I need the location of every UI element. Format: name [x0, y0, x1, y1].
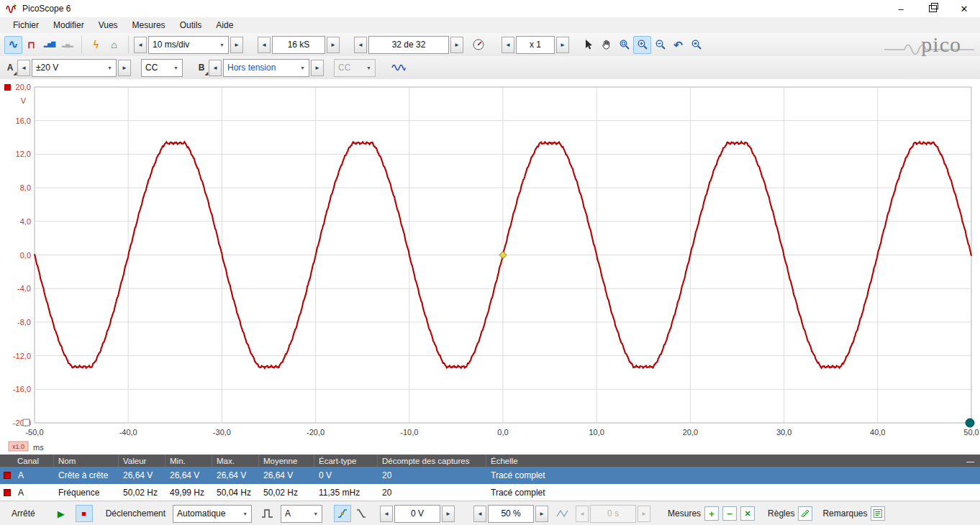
cell-moyenne: 26,64 V — [259, 470, 314, 480]
timebase-select[interactable]: 10 ms/div ▼ — [148, 36, 229, 54]
cell-min: 26,64 V — [165, 470, 212, 480]
y-tick-label: -16,0 — [13, 385, 31, 393]
signal-generator-button[interactable] — [387, 59, 410, 77]
persistence-view-button[interactable]: ⊓ — [22, 36, 40, 54]
channel-a-axis-handle[interactable] — [4, 84, 11, 91]
trigger-level-decrease-button[interactable]: ◄ — [380, 506, 393, 522]
rules-button[interactable] — [798, 506, 812, 521]
run-button[interactable]: ▶ — [53, 505, 70, 522]
channel-b-range-increase-button[interactable]: ► — [311, 60, 324, 76]
notes-button[interactable] — [871, 506, 885, 521]
menu-vues[interactable]: Vues — [91, 18, 125, 32]
axis-end-marker[interactable] — [966, 419, 974, 427]
scope-view-button[interactable]: ∿ — [4, 36, 22, 54]
trigger-level-increase-button[interactable]: ► — [442, 506, 455, 522]
holdoff-toggle-button[interactable] — [554, 505, 571, 522]
home-icon: ⌂ — [111, 40, 117, 50]
pan-tool-button[interactable] — [597, 36, 615, 54]
channel-a-coupling-select[interactable]: CC ▼ — [141, 59, 183, 77]
buffer-navigator-button[interactable] — [469, 36, 487, 54]
buffer-next-button[interactable]: ► — [450, 37, 463, 53]
samples-decrease-button[interactable]: ◄ — [258, 37, 271, 53]
menu-aide[interactable]: Aide — [209, 18, 240, 32]
pre-trigger-field[interactable]: 50 % — [488, 505, 534, 523]
collapse-measurements-button[interactable]: — — [966, 455, 974, 467]
rising-edge-button[interactable] — [334, 505, 351, 522]
menu-bar: Fichier Modifier Vues Mesures Outils Aid… — [0, 17, 980, 33]
channel-b-menu-button[interactable]: B ◢ — [194, 59, 209, 76]
trigger-level-value: 0 V — [411, 508, 424, 519]
zoom-field[interactable]: x 1 — [516, 36, 555, 54]
note-icon — [873, 508, 883, 519]
delete-measurement-button[interactable]: ✕ — [740, 506, 755, 521]
channel-b-range-decrease-button[interactable]: ◄ — [209, 60, 222, 76]
time-axis-handle[interactable] — [23, 419, 30, 426]
cell-nom: Fréquence — [54, 488, 119, 498]
timebase-increase-button[interactable]: ► — [230, 37, 243, 53]
advanced-trigger-button[interactable] — [259, 505, 276, 522]
falling-edge-button[interactable] — [353, 505, 370, 522]
channel-b-range-select[interactable]: Hors tension ▼ — [223, 59, 309, 77]
buffer-previous-button[interactable]: ◄ — [354, 37, 367, 53]
timebase-decrease-button[interactable]: ◄ — [134, 37, 147, 53]
close-button[interactable]: ✕ — [948, 0, 980, 17]
trigger-source-value: A — [285, 508, 291, 519]
auto-setup-button[interactable]: ϟ — [87, 36, 105, 54]
add-measurement-button[interactable]: + — [704, 506, 719, 521]
menu-fichier[interactable]: Fichier — [6, 18, 46, 32]
zoom-in-tool-button[interactable] — [633, 36, 651, 54]
menu-mesures[interactable]: Mesures — [125, 18, 173, 32]
cell-moyenne: 50,02 Hz — [259, 488, 314, 498]
spectrum-view-button[interactable]: ▂▅▇ — [40, 36, 58, 54]
home-button[interactable]: ⌂ — [105, 36, 123, 54]
channel-a-range-decrease-button[interactable]: ◄ — [17, 60, 30, 76]
buffer-position-value: 32 de 32 — [392, 40, 426, 50]
trigger-marker[interactable] — [499, 252, 507, 259]
menu-outils[interactable]: Outils — [173, 18, 209, 32]
bottom-toolbar: Arrêté ▶ ■ Déclenchement Automatique ▼ A… — [0, 501, 980, 525]
pointer-icon — [583, 39, 594, 50]
zoom-increase-button[interactable]: ► — [556, 37, 569, 53]
restore-button[interactable] — [917, 0, 948, 17]
trigger-level-field[interactable]: 0 V — [394, 505, 440, 523]
notes-label: Remarques — [822, 508, 867, 519]
select-tool-button[interactable] — [579, 36, 597, 54]
channel-a-range-increase-button[interactable]: ► — [118, 60, 131, 76]
left-arrow-icon: ◄ — [137, 42, 143, 48]
table-row[interactable]: AFréquence50,02 Hz49,99 Hz50,04 Hz50,02 … — [0, 484, 980, 501]
buffer-position-field[interactable]: 32 de 32 — [368, 36, 449, 54]
minimize-button[interactable]: – — [885, 0, 917, 17]
samples-field[interactable]: 16 kS — [272, 36, 325, 54]
hand-icon — [601, 39, 612, 50]
channel-a-range-select[interactable]: ±20 V ▼ — [32, 59, 117, 77]
zoom-overview-button[interactable] — [687, 36, 705, 54]
x-tick-label: 40,0 — [870, 428, 885, 437]
y-tick-label: 8,0 — [20, 183, 31, 192]
left-arrow-icon: ◄ — [358, 42, 363, 48]
undo-zoom-button[interactable]: ↶ — [669, 36, 687, 54]
stop-button[interactable]: ■ — [76, 505, 93, 522]
table-row[interactable]: ACrête à crête26,64 V26,64 V26,64 V26,64… — [0, 467, 980, 484]
pulse-icon — [261, 508, 274, 519]
scope-view: -50,0-40,0-30,0-20,0-10,00,010,020,030,0… — [0, 79, 980, 455]
right-arrow-icon: ► — [641, 511, 647, 517]
zoom-window-tool-button[interactable] — [615, 36, 633, 54]
scope-plot[interactable]: -50,0-40,0-30,0-20,0-10,00,010,020,030,0… — [0, 79, 980, 455]
column-header-nom: Nom — [54, 455, 119, 467]
x-tick-label: 50,0 — [963, 428, 979, 437]
minimize-icon: – — [898, 4, 903, 14]
trigger-mode-select[interactable]: Automatique ▼ — [173, 505, 252, 523]
pre-trigger-increase-button[interactable]: ► — [535, 506, 548, 522]
zoom-out-tool-button[interactable] — [651, 36, 669, 54]
pre-trigger-decrease-button[interactable]: ◄ — [473, 506, 486, 522]
zoom-decrease-button[interactable]: ◄ — [502, 37, 514, 53]
column-header-decompte: Décompte des captures — [378, 455, 486, 467]
samples-increase-button[interactable]: ► — [327, 37, 340, 53]
menu-modifier[interactable]: Modifier — [46, 18, 91, 32]
remove-measurement-button[interactable]: − — [722, 506, 737, 521]
y-tick-label: 4,0 — [20, 217, 31, 226]
channel-a-menu-button[interactable]: A ◢ — [3, 59, 17, 76]
y-tick-label: -12,0 — [13, 352, 31, 360]
trigger-source-select[interactable]: A ▼ — [281, 505, 322, 523]
zoom-window-icon — [619, 39, 630, 50]
